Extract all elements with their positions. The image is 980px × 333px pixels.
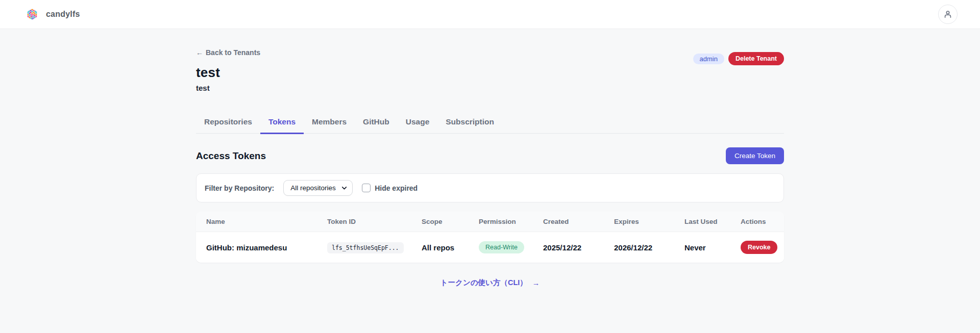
col-header-scope: Scope bbox=[422, 218, 479, 225]
hide-expired-checkbox[interactable] bbox=[362, 184, 371, 192]
hide-expired-label: Hide expired bbox=[375, 184, 418, 192]
brand-name: candylfs bbox=[46, 10, 80, 19]
col-header-token-id: Token ID bbox=[327, 218, 422, 225]
role-badge: admin bbox=[693, 54, 724, 64]
tab-github[interactable]: GitHub bbox=[355, 113, 398, 134]
tenant-header-actions: admin Delete Tenant bbox=[693, 52, 784, 65]
top-bar: candylfs bbox=[0, 0, 980, 29]
filter-by-repository-label: Filter by Repository: bbox=[205, 184, 274, 192]
token-scope: All repos bbox=[422, 243, 479, 252]
back-to-tenants-link[interactable]: ← Back to Tenants bbox=[196, 48, 260, 57]
col-header-created: Created bbox=[543, 218, 614, 225]
tenant-header-left: ← Back to Tenants test test bbox=[196, 48, 260, 92]
brand-home-link[interactable]: candylfs bbox=[23, 7, 80, 22]
cli-link-row: トークンの使い方（CLI） → bbox=[196, 278, 784, 288]
tenant-page: ← Back to Tenants test test admin Delete… bbox=[196, 29, 784, 288]
tab-members[interactable]: Members bbox=[304, 113, 355, 134]
tab-tokens[interactable]: Tokens bbox=[260, 113, 304, 134]
tokens-table: Name Token ID Scope Permission Created E… bbox=[196, 212, 784, 263]
candylfs-logo-icon bbox=[23, 7, 41, 22]
table-row: GitHub: mizuamedesu lfs_5tfhsUeSqEpF... … bbox=[196, 232, 784, 263]
tenant-title: test bbox=[196, 65, 260, 81]
tab-usage[interactable]: Usage bbox=[398, 113, 438, 134]
col-header-permission: Permission bbox=[479, 218, 543, 225]
repository-filter-select[interactable]: All repositories bbox=[283, 180, 353, 196]
tenant-subtitle: test bbox=[196, 84, 260, 92]
revoke-token-button[interactable]: Revoke bbox=[741, 241, 777, 254]
tenant-tabs: Repositories Tokens Members GitHub Usage… bbox=[196, 113, 784, 134]
token-usage-cli-link[interactable]: トークンの使い方（CLI） → bbox=[440, 278, 540, 288]
person-icon bbox=[943, 9, 953, 19]
tokens-table-header-row: Name Token ID Scope Permission Created E… bbox=[196, 212, 784, 232]
access-tokens-section-header: Access Tokens Create Token bbox=[196, 147, 784, 164]
col-header-last-used: Last Used bbox=[684, 218, 741, 225]
tenant-header: ← Back to Tenants test test admin Delete… bbox=[196, 48, 784, 92]
token-expires-date: 2026/12/22 bbox=[614, 243, 684, 252]
token-last-used: Never bbox=[684, 243, 741, 252]
back-link-label: Back to Tenants bbox=[206, 48, 260, 57]
token-id-cell: lfs_5tfhsUeSqEpF... bbox=[327, 243, 404, 252]
col-header-actions: Actions bbox=[741, 218, 774, 225]
user-menu-button[interactable] bbox=[938, 5, 958, 24]
token-id-value: lfs_5tfhsUeSqEpF... bbox=[327, 242, 404, 253]
token-filter-bar: Filter by Repository: All repositories H… bbox=[196, 173, 784, 202]
create-token-button[interactable]: Create Token bbox=[726, 147, 784, 164]
hide-expired-control: Hide expired bbox=[362, 184, 418, 192]
col-header-expires: Expires bbox=[614, 218, 684, 225]
back-arrow-icon: ← bbox=[196, 48, 203, 57]
col-header-name: Name bbox=[206, 218, 327, 225]
token-name: GitHub: mizuamedesu bbox=[206, 243, 327, 252]
right-arrow-icon: → bbox=[532, 279, 540, 287]
tab-repositories[interactable]: Repositories bbox=[196, 113, 260, 134]
tab-subscription[interactable]: Subscription bbox=[437, 113, 502, 134]
permission-badge: Read-Write bbox=[479, 241, 524, 253]
repository-select-wrap: All repositories bbox=[283, 180, 353, 196]
access-tokens-title: Access Tokens bbox=[196, 150, 266, 162]
token-created-date: 2025/12/22 bbox=[543, 243, 614, 252]
delete-tenant-button[interactable]: Delete Tenant bbox=[728, 52, 784, 65]
cli-link-label: トークンの使い方（CLI） bbox=[440, 278, 527, 288]
